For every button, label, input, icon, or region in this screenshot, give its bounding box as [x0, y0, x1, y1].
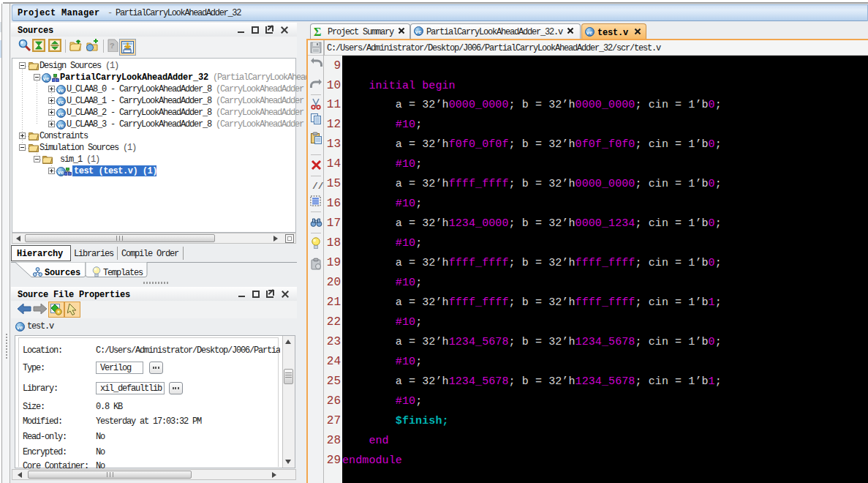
svg-text:ve: ve — [43, 75, 49, 82]
svg-text:ve: ve — [586, 29, 592, 36]
svg-text:ve: ve — [58, 87, 64, 94]
svg-text:ve: ve — [58, 122, 64, 129]
svg-text:ve: ve — [58, 111, 64, 117]
svg-text:?: ? — [110, 42, 115, 50]
svg-text:ve: ve — [58, 169, 64, 176]
svg-text:ve: ve — [415, 29, 421, 35]
svg-text:ve: ve — [58, 99, 64, 105]
svg-text:ve: ve — [17, 324, 23, 331]
